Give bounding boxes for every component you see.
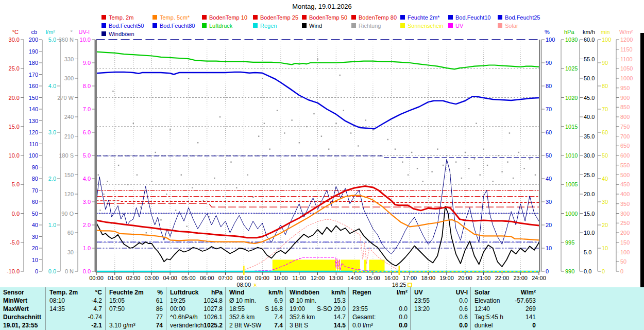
richtung-dot — [317, 59, 318, 60]
svg-text:08:00: 08:00 — [237, 275, 251, 281]
table-cell-value: 1026.1 — [204, 314, 223, 321]
svg-text:210: 210 — [64, 133, 74, 140]
table-cell-value: 1024.8 — [204, 297, 223, 304]
svg-text:400: 400 — [620, 191, 630, 197]
table-cell-value: S-SO 29.0 — [317, 305, 346, 312]
svg-text:min: min — [601, 29, 610, 35]
richtung-dot — [340, 75, 341, 76]
svg-text:250: 250 — [620, 220, 630, 226]
stats-table: SensorMinWertMaxWertDurchschnitt19.01, 2… — [0, 287, 644, 330]
table-cell-value: 1025.2 — [204, 322, 223, 329]
table-cell-value: 15.3 — [334, 297, 346, 304]
sonnenschein-bar — [369, 260, 384, 272]
svg-text:00:00: 00:00 — [89, 275, 104, 281]
table-cell-label: 08:10 — [49, 297, 65, 304]
richtung-dot — [160, 219, 161, 220]
svg-text:0.0: 0.0 — [584, 268, 591, 274]
svg-text:170: 170 — [29, 72, 38, 78]
svg-text:25.0: 25.0 — [584, 172, 595, 178]
svg-text:17:00: 17:00 — [403, 275, 417, 281]
weather-chart: 30.025.020.015.010.05.00.0-5.0-10.0°C200… — [0, 0, 644, 287]
richtung-dot — [465, 152, 466, 153]
richtung-dot — [299, 142, 300, 143]
svg-text:hPa: hPa — [564, 29, 574, 35]
svg-text:90: 90 — [602, 60, 608, 66]
svg-text:20: 20 — [32, 245, 38, 251]
svg-text:18:00: 18:00 — [421, 275, 435, 281]
svg-text:80: 80 — [32, 176, 38, 182]
table-col-unit: hPa — [211, 289, 223, 296]
svg-text:01:00: 01:00 — [108, 275, 122, 281]
richtung-dot — [431, 171, 432, 172]
richtung-dot — [175, 210, 176, 211]
richtung-dot — [186, 226, 187, 227]
svg-text:900: 900 — [620, 95, 630, 101]
svg-text:10: 10 — [602, 245, 608, 251]
svg-text:70: 70 — [546, 106, 552, 112]
table-cell-label: 3 Bft S — [290, 322, 308, 329]
richtung-dot — [197, 142, 198, 143]
svg-text:4.0: 4.0 — [48, 83, 56, 89]
table-cell-label: 23:55 — [414, 297, 430, 304]
richtung-dot — [181, 175, 182, 176]
svg-text:40: 40 — [546, 176, 552, 182]
richtung-dot — [335, 123, 336, 124]
table-separator — [166, 287, 166, 330]
table-col-header: Temp. 2m — [49, 289, 78, 296]
richtung-dot — [166, 194, 167, 195]
table-col-header: Regen — [352, 289, 371, 296]
svg-text:6.0: 6.0 — [83, 129, 91, 135]
richtung-dot — [343, 110, 344, 111]
richtung-dot — [402, 162, 403, 163]
table-cell-value: 74 — [156, 322, 163, 329]
table-cell-value: S 16.8 — [265, 305, 283, 312]
svg-text:20: 20 — [546, 222, 552, 228]
richtung-dot — [252, 197, 253, 198]
richtung-dot — [350, 132, 351, 133]
svg-text:5.0: 5.0 — [12, 181, 20, 187]
richtung-dot — [219, 116, 221, 117]
svg-text:190: 190 — [29, 48, 38, 55]
svg-text:90: 90 — [546, 60, 552, 66]
table-cell-value: 0.0 — [399, 322, 408, 329]
richtung-dot — [103, 194, 104, 195]
richtung-dot — [258, 136, 259, 137]
svg-text:19:00: 19:00 — [439, 275, 454, 281]
richtung-dot — [529, 158, 530, 159]
svg-text:30.0: 30.0 — [9, 37, 20, 43]
richtung-dot — [493, 181, 494, 182]
svg-text:150: 150 — [620, 239, 630, 246]
svg-text:60: 60 — [602, 129, 608, 135]
table-cell-value: -4.2 — [91, 297, 102, 304]
svg-text:8.0: 8.0 — [83, 83, 91, 89]
svg-text:600: 600 — [620, 152, 630, 159]
svg-text:02:00: 02:00 — [126, 275, 141, 281]
table-cell-label: 23:55 — [352, 305, 368, 312]
svg-text:14:00: 14:00 — [347, 275, 362, 281]
table-col-header: Solar — [474, 289, 490, 296]
window-edge-strip — [640, 33, 644, 287]
table-cell-label: Ø 10 min. — [229, 297, 256, 304]
table-cell-value: 7.4 — [274, 322, 283, 329]
table-cell-label: Tag:5:45 h — [474, 314, 503, 321]
richtung-dot — [535, 175, 536, 176]
richtung-dot — [107, 181, 108, 182]
svg-text:990: 990 — [565, 268, 574, 274]
svg-text:30.0: 30.0 — [584, 152, 595, 159]
richtung-dot — [408, 175, 409, 176]
svg-text:60: 60 — [546, 129, 552, 135]
svg-text:1025: 1025 — [565, 65, 578, 72]
svg-text:100: 100 — [546, 37, 555, 43]
svg-text:10.0: 10.0 — [9, 152, 20, 159]
svg-text:160: 160 — [29, 83, 38, 89]
svg-text:140: 140 — [29, 106, 38, 112]
table-row-label: Sensor — [3, 289, 24, 296]
svg-text:50: 50 — [32, 211, 38, 217]
richtung-dot — [306, 126, 307, 127]
table-col-header: Luftdruck — [170, 289, 198, 296]
richtung-dot — [264, 123, 265, 124]
svg-text:1015: 1015 — [565, 124, 578, 130]
svg-text:22:00: 22:00 — [495, 275, 510, 281]
table-cell-value: -57.653 — [515, 297, 536, 304]
richtung-dot — [284, 132, 285, 133]
